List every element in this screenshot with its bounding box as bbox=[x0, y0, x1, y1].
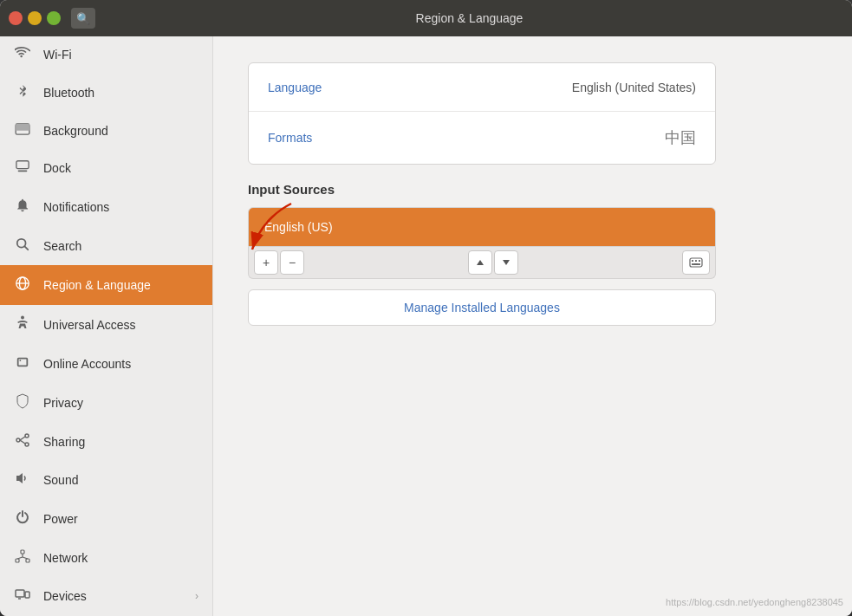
sidebar-item-label: Devices bbox=[43, 589, 87, 603]
keyboard-settings-button[interactable] bbox=[682, 250, 710, 275]
language-label: Language bbox=[268, 81, 572, 94]
svg-rect-35 bbox=[693, 263, 699, 265]
svg-point-10 bbox=[25, 434, 29, 438]
svg-marker-28 bbox=[477, 260, 484, 265]
svg-rect-17 bbox=[16, 559, 19, 562]
language-value: English (United States) bbox=[572, 81, 696, 94]
minimize-button[interactable]: − bbox=[28, 11, 42, 25]
svg-rect-36 bbox=[699, 263, 700, 265]
svg-rect-34 bbox=[692, 263, 693, 265]
window-controls: × − + bbox=[9, 11, 61, 25]
sidebar-item-label: Sharing bbox=[43, 435, 85, 449]
svg-point-11 bbox=[25, 443, 29, 446]
svg-rect-2 bbox=[16, 161, 29, 169]
manage-languages-button[interactable]: Manage Installed Languages bbox=[248, 289, 716, 326]
svg-rect-18 bbox=[26, 559, 29, 562]
settings-panel: Language English (United States) Formats… bbox=[248, 62, 716, 326]
notifications-icon bbox=[14, 198, 31, 217]
toolbar-container: + − bbox=[248, 247, 716, 279]
toolbar-nav bbox=[468, 250, 518, 275]
sidebar-item-label: Background bbox=[43, 124, 108, 138]
sidebar-item-label: Bluetooth bbox=[43, 86, 94, 100]
devices-icon bbox=[14, 587, 31, 605]
sidebar-item-devices[interactable]: Devices › bbox=[0, 577, 212, 615]
sidebar-item-dock[interactable]: Dock bbox=[0, 149, 212, 187]
sidebar-item-wifi[interactable]: Wi-Fi bbox=[0, 36, 212, 73]
search-button[interactable]: 🔍 bbox=[71, 8, 95, 29]
sidebar-item-bluetooth[interactable]: Bluetooth bbox=[0, 73, 212, 113]
close-button[interactable]: × bbox=[9, 11, 23, 25]
sidebar-item-search[interactable]: Search bbox=[0, 227, 212, 265]
sidebar: Wi-Fi Bluetooth Backg bbox=[0, 36, 213, 616]
svg-marker-15 bbox=[16, 473, 23, 483]
sidebar-item-label: Universal Access bbox=[43, 318, 136, 332]
svg-rect-23 bbox=[25, 592, 29, 598]
formats-label: Formats bbox=[268, 131, 665, 145]
sidebar-item-privacy[interactable]: Privacy bbox=[0, 383, 212, 423]
bluetooth-icon bbox=[14, 83, 31, 102]
window-title: Region & Language bbox=[95, 11, 843, 25]
input-source-english-us[interactable]: English (US) bbox=[249, 208, 715, 246]
svg-rect-33 bbox=[699, 260, 700, 262]
search-icon: 🔍 bbox=[76, 12, 90, 25]
svg-rect-3 bbox=[18, 170, 28, 172]
sidebar-item-label: Region & Language bbox=[43, 278, 151, 292]
wifi-icon bbox=[14, 47, 31, 62]
sidebar-item-sound[interactable]: Sound bbox=[0, 461, 212, 499]
svg-marker-29 bbox=[503, 260, 510, 265]
sidebar-item-label: Dock bbox=[43, 161, 71, 175]
sidebar-item-label: Privacy bbox=[43, 396, 83, 410]
input-sources-title: Input Sources bbox=[248, 182, 716, 197]
sidebar-item-online-accounts[interactable]: Online Accounts bbox=[0, 345, 212, 383]
input-sources-list: English (US) bbox=[248, 207, 716, 247]
sidebar-item-label: Sound bbox=[43, 473, 78, 487]
background-icon bbox=[14, 123, 31, 139]
dock-icon bbox=[14, 159, 31, 177]
sidebar-item-label: Online Accounts bbox=[43, 357, 131, 371]
sidebar-item-network[interactable]: Network bbox=[0, 539, 212, 577]
formats-row[interactable]: Formats 中国 bbox=[249, 112, 715, 164]
sidebar-item-power[interactable]: Power bbox=[0, 499, 212, 539]
language-row[interactable]: Language English (United States) bbox=[249, 63, 715, 112]
svg-rect-32 bbox=[695, 260, 697, 262]
settings-window: × − + 🔍 Region & Language Wi-Fi bbox=[0, 0, 852, 616]
svg-rect-16 bbox=[21, 550, 24, 554]
search-nav-icon bbox=[14, 237, 31, 255]
sidebar-item-region-language[interactable]: Region & Language bbox=[0, 265, 212, 305]
svg-rect-30 bbox=[690, 258, 702, 267]
region-icon bbox=[14, 276, 31, 295]
sidebar-item-label: Power bbox=[43, 512, 78, 526]
svg-line-14 bbox=[20, 440, 25, 444]
language-formats-group: Language English (United States) Formats… bbox=[248, 62, 716, 165]
maximize-button[interactable]: + bbox=[47, 11, 61, 25]
titlebar: × − + 🔍 Region & Language bbox=[0, 0, 852, 36]
svg-line-13 bbox=[20, 437, 25, 440]
svg-point-12 bbox=[16, 438, 20, 442]
sidebar-item-sharing[interactable]: Sharing bbox=[0, 423, 212, 461]
remove-input-source-button[interactable]: − bbox=[280, 250, 304, 275]
svg-line-20 bbox=[17, 557, 23, 559]
move-down-button[interactable] bbox=[494, 250, 518, 275]
sharing-icon bbox=[14, 433, 31, 451]
main-panel: Language English (United States) Formats… bbox=[213, 36, 852, 616]
move-up-button[interactable] bbox=[468, 250, 492, 275]
formats-value: 中国 bbox=[665, 127, 696, 148]
svg-line-5 bbox=[24, 246, 28, 250]
sidebar-item-background[interactable]: Background bbox=[0, 113, 212, 149]
sidebar-item-notifications[interactable]: Notifications bbox=[0, 187, 212, 227]
chevron-right-icon: › bbox=[195, 590, 198, 602]
svg-rect-1 bbox=[16, 124, 29, 131]
sidebar-item-label: Wi-Fi bbox=[43, 48, 72, 62]
svg-point-9 bbox=[21, 316, 24, 320]
content-area: Wi-Fi Bluetooth Backg bbox=[0, 36, 852, 616]
svg-line-21 bbox=[23, 557, 28, 559]
sidebar-item-universal-access[interactable]: Universal Access bbox=[0, 305, 212, 345]
network-icon bbox=[14, 549, 31, 567]
sound-icon bbox=[14, 471, 31, 489]
add-input-source-button[interactable]: + bbox=[254, 250, 278, 275]
privacy-icon bbox=[14, 393, 31, 412]
watermark: https://blog.csdn.net/yedongheng8238045 bbox=[666, 597, 843, 607]
sidebar-item-label: Notifications bbox=[43, 200, 109, 214]
universal-access-icon bbox=[14, 315, 31, 334]
svg-rect-22 bbox=[16, 590, 24, 597]
